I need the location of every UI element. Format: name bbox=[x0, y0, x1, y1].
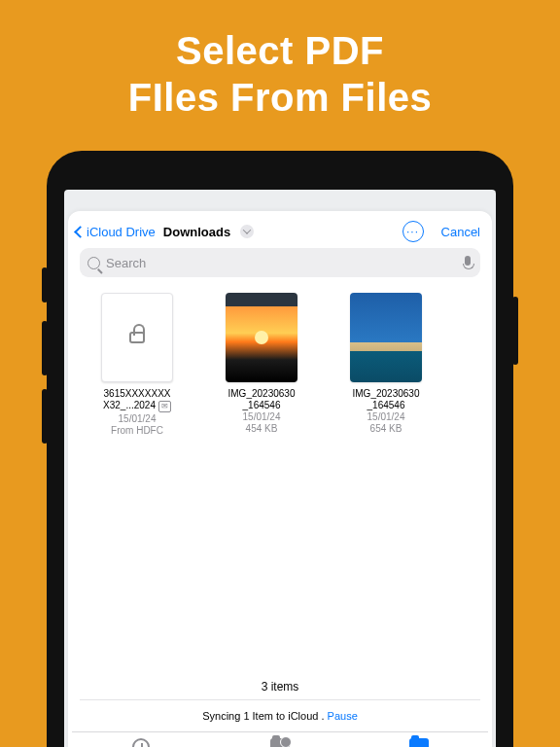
device-button bbox=[42, 267, 48, 302]
sync-text: Syncing 1 Item to iCloud . bbox=[202, 710, 324, 722]
back-button[interactable]: iCloud Drive bbox=[76, 225, 156, 239]
device-screen: iCloud Drive Downloads Cancel bbox=[64, 190, 496, 747]
file-name: 3615XXXXXXX X32_...2024✉ bbox=[84, 388, 191, 412]
file-date: 15/01/24 bbox=[208, 411, 315, 422]
device-button bbox=[42, 321, 48, 375]
mail-badge-icon: ✉ bbox=[158, 401, 171, 412]
shared-folder-icon bbox=[270, 738, 290, 747]
item-count: 3 items bbox=[68, 674, 492, 699]
device-button bbox=[512, 297, 518, 365]
file-meta: 454 KB bbox=[208, 423, 315, 434]
file-name: IMG_20230630_164546 bbox=[208, 388, 315, 410]
search-field[interactable] bbox=[80, 248, 480, 277]
file-item[interactable]: IMG_20230630_164546 15/01/24 654 KB bbox=[332, 293, 439, 436]
mic-icon[interactable] bbox=[463, 256, 472, 269]
files-sheet: iCloud Drive Downloads Cancel bbox=[68, 211, 492, 747]
file-name: IMG_20230630_164546 bbox=[332, 388, 439, 410]
folder-icon bbox=[409, 738, 429, 747]
lock-icon bbox=[129, 332, 145, 343]
file-thumbnail bbox=[101, 293, 173, 382]
file-item[interactable]: 3615XXXXXXX X32_...2024✉ 15/01/24 From H… bbox=[84, 293, 191, 436]
file-meta: 654 KB bbox=[332, 423, 439, 434]
nav-title: Downloads bbox=[163, 225, 230, 239]
nav-bar: iCloud Drive Downloads Cancel bbox=[68, 211, 492, 248]
search-input[interactable] bbox=[106, 256, 457, 270]
file-item[interactable]: IMG_20230630_164546 15/01/24 454 KB bbox=[208, 293, 315, 436]
promo-line1: Select PDF bbox=[0, 27, 560, 74]
chevron-left-icon bbox=[74, 226, 87, 238]
file-thumbnail bbox=[350, 293, 422, 382]
more-button[interactable] bbox=[402, 221, 424, 242]
tab-shared[interactable]: Shared bbox=[211, 738, 350, 747]
promo-title: Select PDF FIles From Files bbox=[0, 0, 560, 121]
file-thumbnail bbox=[226, 293, 298, 382]
device-button bbox=[42, 389, 48, 444]
search-bar bbox=[68, 248, 492, 287]
clock-icon bbox=[132, 738, 150, 747]
sheet-backdrop bbox=[64, 190, 496, 211]
file-date: 15/01/24 bbox=[84, 413, 191, 424]
search-icon bbox=[88, 257, 100, 269]
promo-line2: FIles From Files bbox=[0, 74, 560, 121]
device-frame: iCloud Drive Downloads Cancel bbox=[47, 151, 513, 747]
pause-button[interactable]: Pause bbox=[328, 710, 358, 722]
file-grid: 3615XXXXXXX X32_...2024✉ 15/01/24 From H… bbox=[68, 287, 492, 436]
cancel-button[interactable]: Cancel bbox=[441, 225, 480, 239]
tab-bar: Recents Shared Browse bbox=[72, 731, 488, 747]
tab-browse[interactable]: Browse bbox=[349, 738, 488, 747]
tab-recents[interactable]: Recents bbox=[72, 738, 211, 747]
back-label: iCloud Drive bbox=[87, 225, 156, 239]
title-dropdown-button[interactable] bbox=[240, 225, 254, 238]
file-meta: From HDFC bbox=[84, 425, 191, 436]
sync-status: Syncing 1 Item to iCloud . Pause bbox=[68, 700, 492, 731]
file-date: 15/01/24 bbox=[332, 411, 439, 422]
